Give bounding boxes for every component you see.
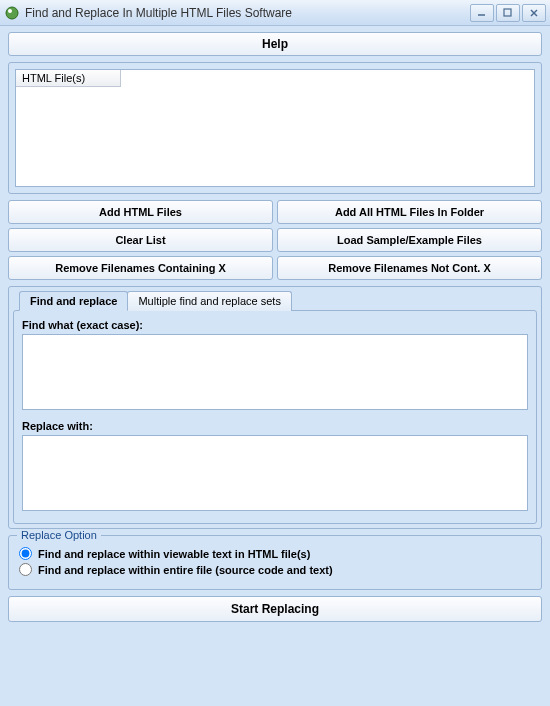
- titlebar: Find and Replace In Multiple HTML Files …: [0, 0, 550, 26]
- find-what-input[interactable]: [22, 334, 528, 410]
- tab-find-replace[interactable]: Find and replace: [19, 291, 128, 311]
- radio-entire-label: Find and replace within entire file (sou…: [38, 564, 333, 576]
- add-html-files-button[interactable]: Add HTML Files: [8, 200, 273, 224]
- remove-containing-button[interactable]: Remove Filenames Containing X: [8, 256, 273, 280]
- clear-list-button[interactable]: Clear List: [8, 228, 273, 252]
- file-list-frame: HTML File(s): [8, 62, 542, 194]
- find-replace-panel: Find what (exact case): Replace with:: [13, 310, 537, 524]
- replace-with-input[interactable]: [22, 435, 528, 511]
- start-replacing-button[interactable]: Start Replacing: [8, 596, 542, 622]
- window-title: Find and Replace In Multiple HTML Files …: [25, 6, 468, 20]
- radio-entire-file[interactable]: Find and replace within entire file (sou…: [19, 563, 531, 576]
- file-list-header[interactable]: HTML File(s): [16, 70, 121, 87]
- tabstrip: Find and replace Multiple find and repla…: [19, 291, 537, 311]
- radio-viewable-input[interactable]: [19, 547, 32, 560]
- load-sample-button[interactable]: Load Sample/Example Files: [277, 228, 542, 252]
- replace-option-group: Replace Option Find and replace within v…: [8, 535, 542, 590]
- remove-not-containing-button[interactable]: Remove Filenames Not Cont. X: [277, 256, 542, 280]
- find-what-label: Find what (exact case):: [22, 319, 528, 331]
- content-area: Help HTML File(s) Add HTML Files Add All…: [0, 26, 550, 630]
- maximize-button[interactable]: [496, 4, 520, 22]
- radio-viewable-text[interactable]: Find and replace within viewable text in…: [19, 547, 531, 560]
- svg-point-0: [6, 7, 18, 19]
- tab-multiple-sets[interactable]: Multiple find and replace sets: [127, 291, 291, 311]
- tabs-container: Find and replace Multiple find and repla…: [8, 286, 542, 529]
- radio-viewable-label: Find and replace within viewable text in…: [38, 548, 310, 560]
- file-buttons-grid: Add HTML Files Add All HTML Files In Fol…: [8, 200, 542, 280]
- replace-with-label: Replace with:: [22, 420, 528, 432]
- help-button[interactable]: Help: [8, 32, 542, 56]
- radio-entire-input[interactable]: [19, 563, 32, 576]
- svg-rect-3: [504, 9, 511, 16]
- minimize-button[interactable]: [470, 4, 494, 22]
- app-icon: [4, 5, 20, 21]
- close-button[interactable]: [522, 4, 546, 22]
- replace-option-legend: Replace Option: [17, 529, 101, 541]
- file-list[interactable]: HTML File(s): [15, 69, 535, 187]
- add-all-html-files-button[interactable]: Add All HTML Files In Folder: [277, 200, 542, 224]
- svg-point-1: [8, 9, 12, 13]
